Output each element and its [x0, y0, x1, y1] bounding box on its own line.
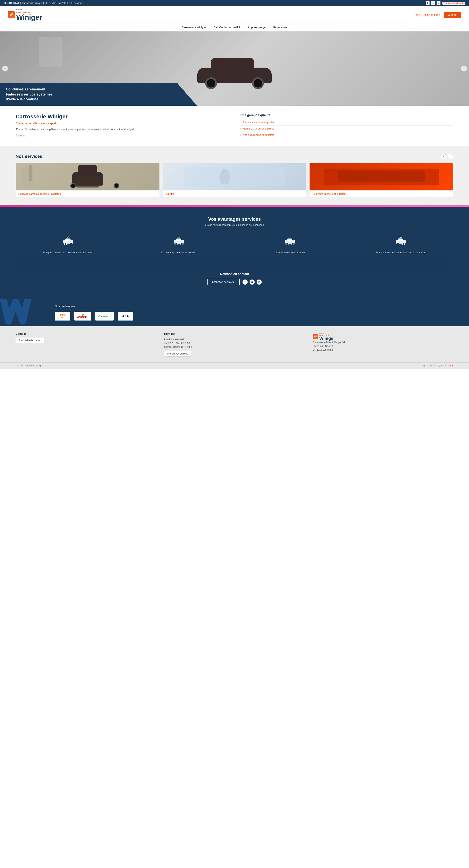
svg-point-14	[397, 243, 399, 245]
logo-winiger: Winiger	[16, 14, 42, 21]
about-right: Une garantie qualité › Étude satisfactio…	[240, 114, 453, 138]
linkedin-icon[interactable]: in	[437, 1, 440, 5]
car-wheel-right	[252, 78, 264, 89]
svg-point-6	[175, 243, 177, 245]
footer-logo-winiger: Winiger	[319, 336, 335, 341]
advantage-label-0: Une prise en charge à domicile ou un lie…	[16, 251, 121, 254]
contact-facebook-icon[interactable]: f	[242, 279, 247, 285]
quality-title: Une garantie qualité	[240, 114, 453, 117]
partners-logos: Nos partenaires smileauto 🦁 GENERALI ✓ v…	[55, 305, 453, 320]
badge-star: ★	[462, 2, 464, 4]
contact-instagram-icon[interactable]: ◉	[250, 279, 255, 285]
vaudoise-text: ✓ vaudoise	[98, 315, 111, 318]
logo-icon: W	[8, 11, 14, 18]
advantages-grid: Une prise en charge à domicile ou un lie…	[16, 234, 453, 254]
advantage-label-1: Un nettoyage intérieur et extérieur	[127, 251, 232, 254]
pink-divider	[0, 205, 469, 207]
about-subtitle: Confiez votre véhicule aux experts	[16, 121, 229, 125]
separator: |	[20, 2, 21, 4]
hours-weekday: 7h30-12h / 13h30-17h30	[164, 341, 305, 345]
facebook-icon[interactable]: f	[426, 1, 430, 5]
advantage-1: Un nettoyage intérieur et extérieur	[127, 234, 232, 254]
logo-text: Roland carrosserie Winiger	[16, 9, 42, 21]
footer-hours-title: Horaires	[164, 332, 305, 335]
advantage-label-2: Un véhicule de remplacement	[237, 251, 343, 254]
wheel-l-0	[70, 183, 76, 188]
partner-generali[interactable]: 🦁 GENERALI	[74, 312, 91, 320]
contact-sub-section: Restons en contact Inscription newslette…	[16, 262, 453, 289]
advantage-icon-1	[172, 234, 186, 248]
top-bar-right: f ● in carrosserie suisse ★	[426, 1, 465, 5]
site-footer: Contact Formulaire de contact Horaires L…	[0, 327, 469, 362]
phone-number[interactable]: 021 648 58 40	[4, 2, 19, 4]
service-label-1: Peinture	[163, 190, 306, 197]
quality-item-0[interactable]: › Étude satisfaction et qualité	[240, 119, 453, 126]
advantage-icon-0	[61, 234, 75, 248]
hero-next-arrow[interactable]: ›	[461, 66, 467, 71]
footer-company-name: Carrosserie Roland Winiger SA	[313, 341, 453, 344]
partner-smile[interactable]: smileauto	[55, 312, 70, 320]
about-description: 40 ans d'expérience, des compétences spé…	[16, 127, 229, 131]
hero-prev-arrow[interactable]: ‹	[2, 66, 8, 71]
partner-vaudoise[interactable]: ✓ vaudoise	[95, 312, 114, 320]
footer-address-1: Ch. d'Entre-Bois 19	[313, 344, 453, 348]
services-prev-btn[interactable]: ‹	[441, 154, 446, 159]
header-links: Shop RDV en ligne	[414, 13, 440, 17]
newsletter-button[interactable]: Inscription newsletter	[207, 279, 239, 285]
services-title: Nos services	[16, 154, 42, 159]
service-card-1[interactable]: Peinture	[163, 163, 306, 197]
instagram-icon[interactable]: ●	[431, 1, 435, 5]
logo-area[interactable]: W Roland carrosserie Winiger	[8, 9, 42, 21]
service-card-0[interactable]: Calibrage caméras, radars et capteurs	[16, 163, 159, 197]
svg-rect-5	[176, 239, 181, 241]
contact-button[interactable]: Contact	[444, 12, 461, 18]
quality-item-1[interactable]: › Membre Carrosserie Suisse	[240, 126, 453, 132]
contact-linkedin-icon[interactable]: in	[257, 279, 262, 285]
partner-axa[interactable]: AXA	[118, 312, 133, 320]
footer-contact-btn[interactable]: Formulaire de contact	[16, 338, 44, 343]
advantages-section: Vos avantages services Lors de toute rép…	[0, 207, 469, 299]
axa-text: AXA	[122, 314, 129, 318]
svg-point-10	[286, 243, 288, 245]
services-section: Nos services ‹ › Calibrage caméras, rada…	[0, 146, 469, 205]
services-header: Nos services ‹ ›	[16, 154, 453, 159]
car-top	[211, 58, 254, 68]
prise-en-charge-icon	[62, 236, 74, 246]
footer-contact-col: Contact Formulaire de contact	[16, 332, 156, 343]
nav-partenaires[interactable]: Partenaires	[273, 25, 287, 30]
about-link[interactable]: À propos	[16, 134, 26, 137]
hours-weekday-label: Lundi au vendredi	[164, 338, 184, 341]
contact-section: Restons en contact Inscription newslette…	[16, 268, 453, 289]
partners-content: Nos partenaires smileauto 🦁 GENERALI ✓ v…	[16, 305, 453, 320]
nav-carrosserie[interactable]: Carrosserie Winiger	[182, 25, 206, 30]
advantage-2: Un véhicule de remplacement	[237, 234, 343, 254]
chevron-icon: ›	[240, 127, 241, 130]
rdv-link[interactable]: RDV en ligne	[424, 13, 440, 17]
footer-logo-texts: Roland carrosserie Winiger	[319, 332, 335, 341]
car-shape-0	[72, 172, 103, 186]
about-section: Carrosserie Winiger Confiez votre véhicu…	[0, 106, 469, 146]
car-wheel-left	[205, 78, 217, 89]
services-nav: ‹ ›	[441, 154, 453, 159]
top-bar-contact-info: 021 648 58 40 | Carrosserie Winiger | Ch…	[4, 2, 83, 4]
stand-0	[29, 165, 32, 181]
footer-logo-icon: W	[313, 334, 318, 339]
person-shape	[220, 168, 230, 184]
badge-text: carrosserie	[444, 2, 455, 4]
nav-apprentissage[interactable]: Apprentissage	[248, 25, 265, 30]
shop-link[interactable]: Shop	[414, 13, 420, 17]
nav-satisfaction[interactable]: Satisfaction et qualité	[214, 25, 240, 30]
service-card-2[interactable]: Nettoyage intérieur et extérieur	[310, 163, 453, 197]
services-next-btn[interactable]: ›	[448, 154, 453, 159]
advantage-0: Une prise en charge à domicile ou un lie…	[16, 234, 121, 254]
hero-heading: Conduisez sereinement, Faites réviser vo…	[6, 87, 191, 102]
powered-by-link[interactable]: ARTMEDIA ●	[440, 365, 453, 367]
footer-rdv-btn[interactable]: Prendre rdv en ligne	[164, 351, 191, 356]
vehicule-remplacement-icon	[284, 236, 296, 246]
about-title: Carrosserie Winiger	[16, 114, 229, 120]
about-left: Carrosserie Winiger Confiez votre véhicu…	[16, 114, 229, 138]
powered-by: Login / powered by ARTMEDIA ●	[422, 365, 453, 367]
footer-logo-col: W Roland carrosserie Winiger Carrosserie…	[313, 332, 453, 352]
quality-item-2[interactable]: › Nos assurances partenaires	[240, 132, 453, 138]
svg-point-3	[70, 243, 72, 245]
